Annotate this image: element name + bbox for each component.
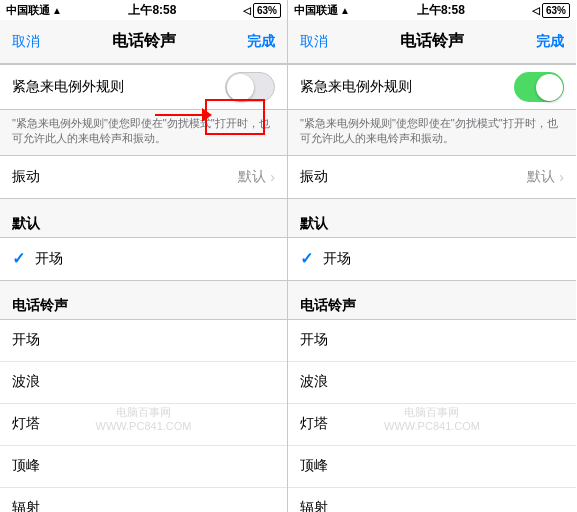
default-title-left: 默认	[0, 199, 287, 237]
wifi-icon: ▲	[52, 5, 62, 16]
done-button-right[interactable]: 完成	[536, 33, 564, 51]
location-icon-r: ◁	[532, 5, 540, 16]
vibration-row-right[interactable]: 振动 默认 ›	[288, 155, 576, 199]
emergency-toggle-off[interactable]	[225, 72, 275, 102]
content-left: 紧急来电例外规则 "紧急来电例外规则"使您即使在"勿扰模式"打开时，也可允许此人…	[0, 64, 287, 512]
ringtone-item-r[interactable]: 波浪	[288, 362, 576, 404]
default-item-left[interactable]: ✓ 开场	[0, 237, 287, 281]
vibration-right-r: 默认 ›	[527, 168, 564, 186]
vibration-right-left: 默认 ›	[238, 168, 275, 186]
chevron-icon-right: ›	[559, 169, 564, 185]
cancel-button-right[interactable]: 取消	[300, 33, 328, 51]
ringtone-title-right: 电话铃声	[288, 281, 576, 319]
panel-off: 中国联通 ▲ 上午8:58 ◁ 63% 取消 电话铃声 完成 紧急来电例外规则	[0, 0, 288, 512]
status-left: 中国联通 ▲	[6, 3, 62, 18]
battery-icon: 63%	[253, 3, 281, 18]
toggle-knob-on	[536, 74, 563, 101]
default-item-label-right: 开场	[323, 250, 351, 268]
ringtone-list-left: 开场 波浪 灯塔 顶峰 辐射 海边	[0, 319, 287, 512]
ringtone-item-r[interactable]: 灯塔	[288, 404, 576, 446]
nav-title-left: 电话铃声	[112, 31, 176, 52]
ringtone-item[interactable]: 辐射	[0, 488, 287, 512]
time-text-r: 上午8:58	[417, 2, 465, 19]
content-right: 紧急来电例外规则 "紧急来电例外规则"使您即使在"勿扰模式"打开时，也可允许此人…	[288, 64, 576, 512]
carrier-text-r: 中国联通	[294, 3, 338, 18]
vibration-value-right: 默认	[527, 168, 555, 186]
arrow-line	[155, 114, 207, 116]
ringtone-list-right: 开场 波浪 灯塔 顶峰 辐射 海边	[288, 319, 576, 512]
panel-on: 中国联通 ▲ 上午8:58 ◁ 63% 取消 电话铃声 完成 紧急来电例外规则	[288, 0, 576, 512]
status-right: ◁ 63%	[243, 3, 281, 18]
chevron-icon-left: ›	[270, 169, 275, 185]
emergency-desc-right: "紧急来电例外规则"使您即使在"勿扰模式"打开时，也可允许此人的来电铃声和振动。	[288, 110, 576, 155]
cancel-button-left[interactable]: 取消	[12, 33, 40, 51]
emergency-row-left: 紧急来电例外规则	[0, 65, 287, 109]
location-icon: ◁	[243, 5, 251, 16]
ringtone-title-left: 电话铃声	[0, 281, 287, 319]
emergency-toggle-on[interactable]	[514, 72, 564, 102]
status-bar-right: 中国联通 ▲ 上午8:58 ◁ 63%	[288, 0, 576, 20]
default-title-right: 默认	[288, 199, 576, 237]
vibration-row-left[interactable]: 振动 默认 ›	[0, 155, 287, 199]
checkmark-icon-left: ✓	[12, 249, 25, 268]
status-left-r: 中国联通 ▲	[294, 3, 350, 18]
ringtone-item-r[interactable]: 开场	[288, 320, 576, 362]
ringtone-item[interactable]: 开场	[0, 320, 287, 362]
vibration-value-left: 默认	[238, 168, 266, 186]
emergency-label-left: 紧急来电例外规则	[12, 78, 124, 96]
nav-title-right: 电话铃声	[400, 31, 464, 52]
default-item-right[interactable]: ✓ 开场	[288, 237, 576, 281]
time-text: 上午8:58	[128, 2, 176, 19]
ringtone-item[interactable]: 波浪	[0, 362, 287, 404]
status-bar-left: 中国联通 ▲ 上午8:58 ◁ 63%	[0, 0, 287, 20]
toggle-knob-off	[227, 74, 254, 101]
emergency-desc-left: "紧急来电例外规则"使您即使在"勿扰模式"打开时，也可允许此人的来电铃声和振动。	[0, 110, 287, 155]
ringtone-item-r[interactable]: 顶峰	[288, 446, 576, 488]
status-right-r: ◁ 63%	[532, 3, 570, 18]
done-button-left[interactable]: 完成	[247, 33, 275, 51]
checkmark-icon-right: ✓	[300, 249, 313, 268]
carrier-text: 中国联通	[6, 3, 50, 18]
ringtone-item[interactable]: 顶峰	[0, 446, 287, 488]
arrow-head	[202, 108, 212, 122]
emergency-section-right: 紧急来电例外规则	[288, 64, 576, 110]
default-item-label-left: 开场	[35, 250, 63, 268]
emergency-row-right: 紧急来电例外规则	[288, 65, 576, 109]
nav-bar-right: 取消 电话铃声 完成	[288, 20, 576, 64]
wifi-icon-r: ▲	[340, 5, 350, 16]
emergency-label-right: 紧急来电例外规则	[300, 78, 412, 96]
nav-bar-left: 取消 电话铃声 完成	[0, 20, 287, 64]
emergency-section-left: 紧急来电例外规则	[0, 64, 287, 110]
battery-icon-r: 63%	[542, 3, 570, 18]
vibration-label-right: 振动	[300, 168, 328, 186]
vibration-label-left: 振动	[12, 168, 40, 186]
ringtone-item-r[interactable]: 辐射	[288, 488, 576, 512]
ringtone-item[interactable]: 灯塔	[0, 404, 287, 446]
